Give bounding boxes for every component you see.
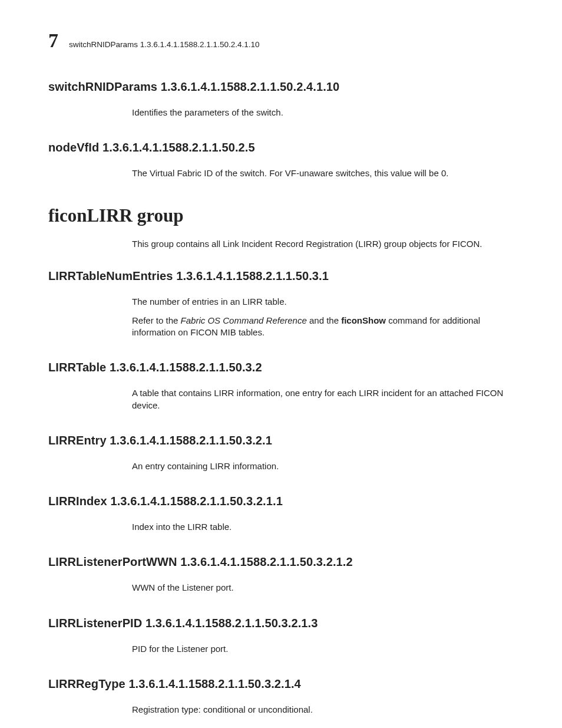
paragraph: An entry containing LIRR information. — [132, 460, 515, 472]
heading-LIRRTableNumEntries: LIRRTableNumEntries 1.3.6.1.4.1.1588.2.1… — [48, 268, 515, 284]
paragraph: Registration type: conditional or uncond… — [132, 704, 515, 716]
section-switchRNIDParams: switchRNIDParams 1.3.6.1.4.1.1588.2.1.1.… — [48, 79, 515, 118]
group-intro-block: This group contains all Link Incident Re… — [48, 238, 515, 250]
paragraph: This group contains all Link Incident Re… — [132, 238, 515, 250]
running-head-title: switchRNIDParams 1.3.6.1.4.1.1588.2.1.1.… — [69, 39, 259, 50]
paragraph: Index into the LIRR table. — [132, 521, 515, 533]
heading-LIRRListenerPortWWN: LIRRListenerPortWWN 1.3.6.1.4.1.1588.2.1… — [48, 554, 515, 570]
paragraph: The Virtual Fabric ID of the switch. For… — [132, 167, 515, 179]
heading-LIRRIndex: LIRRIndex 1.3.6.1.4.1.1588.2.1.1.50.3.2.… — [48, 493, 515, 509]
heading-LIRRTable: LIRRTable 1.3.6.1.4.1.1588.2.1.1.50.3.2 — [48, 360, 515, 375]
body-LIRRTableNumEntries: The number of entries in an LIRR table. … — [132, 296, 515, 339]
section-LIRRTableNumEntries: LIRRTableNumEntries 1.3.6.1.4.1.1588.2.1… — [48, 268, 515, 339]
body-LIRRRegType: Registration type: conditional or uncond… — [132, 704, 515, 716]
heading-nodeVfId: nodeVfId 1.3.6.1.4.1.1588.2.1.1.50.2.5 — [48, 140, 515, 156]
paragraph: The number of entries in an LIRR table. — [132, 296, 515, 308]
heading-LIRREntry: LIRREntry 1.3.6.1.4.1.1588.2.1.1.50.3.2.… — [48, 433, 515, 449]
bold-text: ficonShow — [341, 315, 386, 325]
text-run: Refer to the — [132, 315, 181, 325]
heading-LIRRListenerPID: LIRRListenerPID 1.3.6.1.4.1.1588.2.1.1.5… — [48, 615, 515, 631]
paragraph: A table that contains LIRR information, … — [132, 387, 515, 411]
section-LIRRListenerPID: LIRRListenerPID 1.3.6.1.4.1.1588.2.1.1.5… — [48, 615, 515, 655]
text-run: and the — [307, 315, 341, 325]
section-LIRRRegType: LIRRRegType 1.3.6.1.4.1.1588.2.1.1.50.3.… — [48, 676, 515, 716]
paragraph: WWN of the Listener port. — [132, 582, 515, 594]
body-LIRRListenerPID: PID for the Listener port. — [132, 643, 515, 655]
section-LIRRTable: LIRRTable 1.3.6.1.4.1.1588.2.1.1.50.3.2 … — [48, 360, 515, 411]
running-head: 7 switchRNIDParams 1.3.6.1.4.1.1588.2.1.… — [48, 31, 515, 51]
heading-ficonLIRR-group: ficonLIRR group — [48, 203, 515, 228]
body-LIRRTable: A table that contains LIRR information, … — [132, 387, 515, 411]
chapter-number: 7 — [48, 31, 58, 51]
body-LIRREntry: An entry containing LIRR information. — [132, 460, 515, 472]
group-intro: This group contains all Link Incident Re… — [132, 238, 515, 250]
paragraph: PID for the Listener port. — [132, 643, 515, 655]
body-nodeVfId: The Virtual Fabric ID of the switch. For… — [132, 167, 515, 179]
paragraph: Identifies the parameters of the switch. — [132, 107, 515, 118]
emphasis-text: Fabric OS Command Reference — [181, 315, 307, 325]
section-LIRRIndex: LIRRIndex 1.3.6.1.4.1.1588.2.1.1.50.3.2.… — [48, 493, 515, 533]
paragraph: Refer to the Fabric OS Command Reference… — [132, 315, 515, 339]
body-LIRRIndex: Index into the LIRR table. — [132, 521, 515, 533]
section-LIRRListenerPortWWN: LIRRListenerPortWWN 1.3.6.1.4.1.1588.2.1… — [48, 554, 515, 594]
section-nodeVfId: nodeVfId 1.3.6.1.4.1.1588.2.1.1.50.2.5 T… — [48, 140, 515, 179]
page: 7 switchRNIDParams 1.3.6.1.4.1.1588.2.1.… — [0, 0, 562, 728]
heading-LIRRRegType: LIRRRegType 1.3.6.1.4.1.1588.2.1.1.50.3.… — [48, 676, 515, 692]
heading-switchRNIDParams: switchRNIDParams 1.3.6.1.4.1.1588.2.1.1.… — [48, 79, 515, 95]
body-switchRNIDParams: Identifies the parameters of the switch. — [132, 107, 515, 118]
body-LIRRListenerPortWWN: WWN of the Listener port. — [132, 582, 515, 594]
section-LIRREntry: LIRREntry 1.3.6.1.4.1.1588.2.1.1.50.3.2.… — [48, 433, 515, 472]
